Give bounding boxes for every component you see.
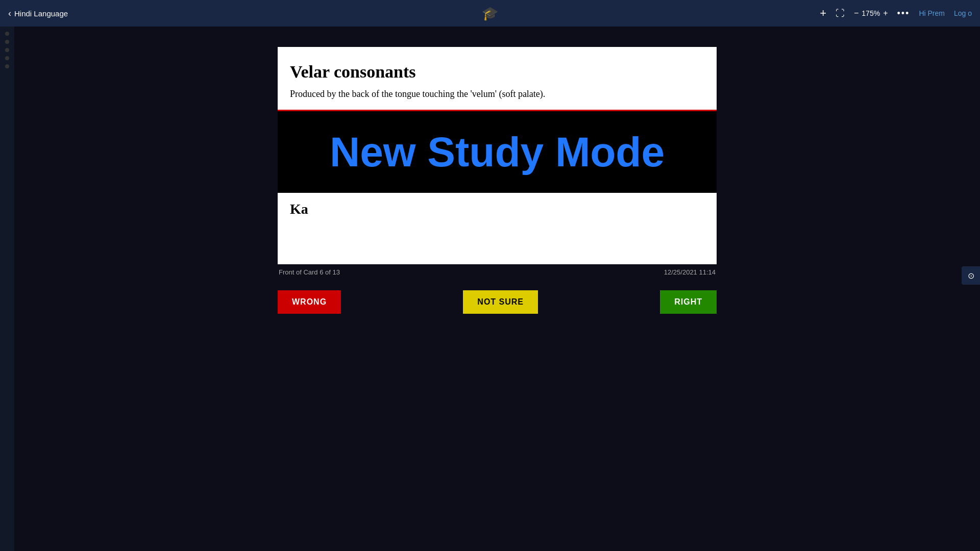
target-icon: ⊙ [968,271,974,281]
user-greeting[interactable]: Hi Prem [919,9,945,17]
answer-buttons: WRONG NOT SURE RIGHT [278,290,717,314]
card-position: Front of Card 6 of 13 [279,268,340,276]
more-options-button[interactable]: ••• [897,8,910,19]
right-button[interactable]: RIGHT [660,290,717,314]
add-button[interactable]: + [820,7,826,20]
card-top: Velar consonants Produced by the back of… [278,47,717,111]
sidebar [0,27,14,551]
card-bottom: Ka [278,193,717,264]
back-button[interactable]: ‹ Hindi Language [8,8,68,19]
card-bottom-text: Ka [290,201,704,217]
card-subtitle: Produced by the back of the tongue touch… [290,89,704,99]
wrong-button[interactable]: WRONG [278,290,341,314]
sidebar-item[interactable] [5,32,9,36]
logout-button[interactable]: Log o [954,9,972,17]
main-content: Velar consonants Produced by the back of… [14,27,980,551]
card-heading: Velar consonants [290,62,704,82]
zoom-out-button[interactable]: − [854,9,859,18]
sidebar-item[interactable] [5,64,9,68]
card-footer: Front of Card 6 of 13 12/25/2021 11:14 [278,268,717,276]
sidebar-item[interactable] [5,56,9,60]
sidebar-item[interactable] [5,48,9,52]
card-banner: New Study Mode [278,111,717,193]
topbar-title: Hindi Language [14,9,68,18]
banner-text: New Study Mode [330,129,665,175]
flashcard: Velar consonants Produced by the back of… [278,47,717,264]
right-side-panel-button[interactable]: ⊙ [962,266,980,285]
expand-button[interactable]: ⛶ [836,8,845,19]
top-bar: ‹ Hindi Language 🎓 + ⛶ − 175% + ••• Hi P… [0,0,980,27]
sidebar-item[interactable] [5,40,9,44]
topbar-right: + ⛶ − 175% + ••• Hi Prem Log o [820,7,972,20]
card-timestamp: 12/25/2021 11:14 [664,268,716,276]
graduation-icon: 🎓 [482,6,498,21]
zoom-in-button[interactable]: + [883,9,888,18]
zoom-level: 175% [862,9,880,17]
back-chevron-icon: ‹ [8,8,11,19]
topbar-center: 🎓 [482,6,498,21]
not-sure-button[interactable]: NOT SURE [463,290,538,314]
zoom-controls: − 175% + [854,9,888,18]
